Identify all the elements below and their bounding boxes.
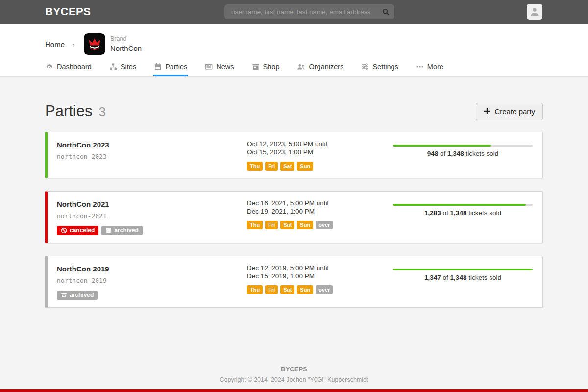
main-content: Parties 3 Create party NorthCon 2023nort…: [0, 102, 588, 383]
tab-settings[interactable]: Settings: [361, 61, 398, 76]
gauge-icon: [46, 63, 53, 71]
tab-label: Dashboard: [57, 63, 92, 71]
day-badge: Sun: [297, 220, 313, 229]
tab-sites[interactable]: Sites: [109, 61, 137, 76]
breadcrumb: Home › Brand NorthCon: [45, 30, 543, 58]
search-icon[interactable]: [381, 8, 391, 16]
progress-fill: [393, 145, 491, 147]
shop-icon: [252, 63, 260, 71]
party-card: NorthCon 2021northcon-2021canceledarchiv…: [45, 191, 543, 243]
page-title: Parties: [45, 102, 92, 120]
party-schedule: Dec 16, 2021, 5:00 PM untilDec 19, 2021,…: [247, 199, 393, 230]
tab-parties[interactable]: Parties: [153, 61, 188, 76]
brand-logo[interactable]: [84, 33, 105, 55]
day-badge: Fri: [265, 220, 278, 229]
progress-fill: [393, 269, 533, 270]
page-header: Home › Brand NorthCon DashboardSitesPart…: [0, 24, 588, 77]
progress-track: [393, 204, 533, 206]
badge-label: archived: [70, 292, 94, 298]
party-start-date: Dec 16, 2021, 5:00 PM until: [247, 199, 393, 207]
day-badge: Thu: [247, 162, 263, 171]
tab-label: More: [427, 63, 443, 71]
party-slug: northcon-2023: [57, 153, 247, 160]
archived-badge: archived: [57, 291, 98, 300]
party-name-link[interactable]: NorthCon 2023: [57, 141, 109, 149]
day-badge: Sat: [280, 162, 294, 171]
title-row: Parties 3 Create party: [45, 102, 543, 120]
party-list: NorthCon 2023northcon-2023Oct 12, 2023, …: [45, 132, 543, 308]
day-badges: ThuFriSatSunover: [247, 220, 393, 229]
tab-more[interactable]: More: [416, 61, 444, 76]
sitemap-icon: [109, 63, 117, 71]
footer-copyright: Copyright © 2014–2024 Jochen "Y0Gi" Kupp…: [45, 376, 543, 383]
day-badge: Thu: [247, 285, 263, 294]
no-entry-icon: [61, 227, 67, 234]
tab-news[interactable]: News: [204, 61, 234, 76]
tickets-sold-label: 948 of 1,348 tickets sold: [393, 150, 533, 157]
plus-icon: [484, 108, 490, 115]
day-badge: Thu: [247, 220, 263, 229]
archive-icon: [61, 292, 67, 298]
user-search-box: [224, 4, 394, 19]
party-status-badges: archived: [57, 291, 247, 300]
footer: BYCEPS Copyright © 2014–2024 Jochen "Y0G…: [45, 366, 543, 383]
over-badge: over: [316, 220, 333, 229]
user-search-input[interactable]: [230, 8, 381, 16]
tab-dashboard[interactable]: Dashboard: [45, 61, 92, 76]
brand-label: Brand: [110, 35, 142, 43]
user-icon: [529, 6, 540, 17]
breadcrumb-home-link[interactable]: Home: [45, 40, 65, 49]
tab-label: Settings: [372, 63, 398, 71]
tab-label: Organizers: [309, 63, 343, 71]
tab-shop[interactable]: Shop: [251, 61, 280, 76]
progress-track: [393, 145, 533, 147]
party-end-date: Dec 19, 2021, 1:00 PM: [247, 207, 393, 216]
tab-label: Shop: [263, 63, 280, 71]
sliders-icon: [361, 63, 369, 71]
party-schedule: Dec 12, 2019, 5:00 PM untilDec 15, 2019,…: [247, 264, 393, 294]
day-badge: Fri: [265, 162, 278, 171]
tickets-sold-count: 1,347: [424, 274, 441, 281]
top-bar: BYCEPS: [0, 0, 588, 24]
calendar-icon: [154, 63, 162, 71]
day-badges: ThuFriSatSunover: [247, 285, 393, 294]
archived-badge: archived: [101, 226, 142, 235]
over-badge: over: [316, 285, 333, 294]
tab-label: Sites: [121, 63, 136, 71]
brand-color-bar: [0, 389, 588, 392]
tab-organizers[interactable]: Organizers: [296, 61, 344, 76]
badge-label: archived: [114, 227, 138, 234]
badge-label: canceled: [70, 227, 95, 234]
party-start-date: Dec 12, 2019, 5:00 PM until: [247, 264, 393, 272]
party-end-date: Dec 15, 2019, 1:00 PM: [247, 272, 393, 280]
party-main: NorthCon 2019northcon-2019archived: [57, 264, 247, 300]
day-badge: Sun: [297, 285, 313, 294]
party-main: NorthCon 2021northcon-2021canceledarchiv…: [57, 199, 247, 235]
create-party-label: Create party: [494, 107, 535, 116]
canceled-badge: canceled: [57, 226, 98, 235]
tickets-total-count: 1,348: [447, 150, 464, 157]
byceps-brand-link[interactable]: BYCEPS: [45, 5, 91, 18]
party-slug: northcon-2021: [57, 212, 247, 220]
day-badge: Sat: [280, 220, 294, 229]
party-main: NorthCon 2023northcon-2023: [57, 140, 247, 160]
ticket-sales-progress: 1,283 of 1,348 tickets sold: [393, 199, 533, 217]
party-status-badges: canceledarchived: [57, 226, 247, 235]
create-party-button[interactable]: Create party: [476, 103, 543, 120]
tickets-sold-label: 1,347 of 1,348 tickets sold: [393, 274, 533, 281]
breadcrumb-brand[interactable]: Brand NorthCon: [110, 35, 142, 53]
party-name-link[interactable]: NorthCon 2019: [57, 265, 109, 273]
day-badge: Sun: [297, 162, 313, 171]
party-start-date: Oct 12, 2023, 5:00 PM until: [247, 140, 393, 148]
party-name-link[interactable]: NorthCon 2021: [57, 200, 109, 209]
users-icon: [297, 63, 305, 71]
day-badges: ThuFriSatSun: [247, 162, 393, 171]
main-nav: DashboardSitesPartiesNewsShopOrganizersS…: [45, 61, 543, 76]
party-card: NorthCon 2023northcon-2023Oct 12, 2023, …: [45, 132, 543, 178]
tickets-total-count: 1,348: [450, 209, 467, 217]
day-badge: Sat: [280, 285, 294, 294]
progress-track: [393, 269, 533, 270]
footer-brand: BYCEPS: [45, 366, 543, 373]
archive-icon: [105, 227, 112, 234]
current-user-avatar[interactable]: [527, 4, 542, 20]
